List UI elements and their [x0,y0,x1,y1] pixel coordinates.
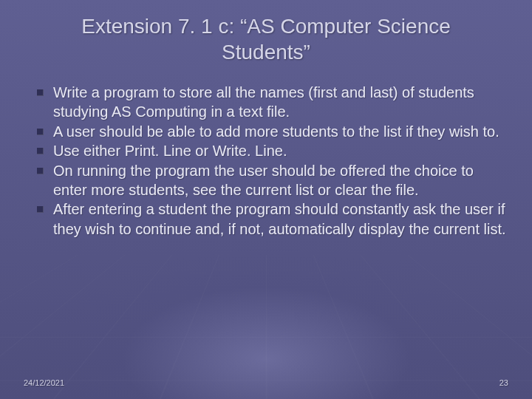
bullet-item: A user should be able to add more studen… [37,122,511,141]
slide-title: Extension 7. 1 c: “AS Computer Science S… [21,13,511,75]
footer-page-number: 23 [499,378,508,387]
bullet-item: After entering a student the program sho… [37,200,511,239]
bullet-item: Use either Print. Line or Write. Line. [37,141,511,160]
bullet-list: Write a program to store all the names (… [37,83,511,239]
bullet-item: Write a program to store all the names (… [37,83,511,122]
slide-body: Write a program to store all the names (… [21,75,511,378]
slide-footer: 24/12/2021 23 [21,378,511,389]
footer-date: 24/12/2021 [24,378,64,387]
slide: Extension 7. 1 c: “AS Computer Science S… [0,0,532,399]
bullet-item: On running the program the user should b… [37,161,511,200]
